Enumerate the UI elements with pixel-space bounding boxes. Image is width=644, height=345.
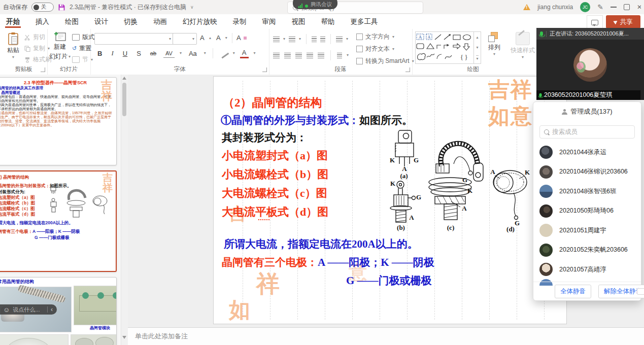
font-name-combo[interactable]: ▾ xyxy=(94,33,174,45)
align-left-button[interactable] xyxy=(273,53,280,58)
save-icon[interactable] xyxy=(58,4,65,11)
columns-button[interactable] xyxy=(337,53,342,58)
collapse-chevron-icon[interactable]: ‹ xyxy=(51,306,54,313)
increase-indent-button[interactable] xyxy=(320,37,325,42)
bold-button[interactable]: B xyxy=(95,49,104,58)
slide-red-item-3[interactable]: 大电流螺栓式（c）图 xyxy=(222,186,327,201)
scrollbar-thumb[interactable] xyxy=(122,83,126,116)
cut-button[interactable]: 剪切 xyxy=(24,33,45,42)
user-avatar[interactable]: JC xyxy=(580,2,590,12)
notes-placeholder[interactable]: 单击此处添加备注 xyxy=(135,332,188,341)
maximize-button[interactable] xyxy=(624,4,630,10)
close-button[interactable]: ✕ xyxy=(637,4,641,11)
member-row[interactable]: 20201050郑琦琦06 xyxy=(539,201,639,221)
tab-animations[interactable]: 动画 xyxy=(152,16,168,28)
font-dialog-launcher[interactable] xyxy=(262,67,267,72)
underline-button[interactable]: U xyxy=(121,49,129,58)
comments-button[interactable] xyxy=(587,15,603,29)
share-button[interactable]: 共享 xyxy=(606,15,640,28)
slide-red-item-4[interactable]: 大电流平板式（d）图 xyxy=(222,204,328,220)
tab-slideshow[interactable]: 幻灯片放映 xyxy=(182,16,218,28)
line-spacing-button[interactable] xyxy=(336,37,343,42)
clear-formatting-button[interactable]: A xyxy=(234,33,247,43)
shrink-font-button[interactable]: A▾ xyxy=(214,33,227,43)
meeting-chat-pill[interactable]: ☺ 说点什么... ‹ xyxy=(0,304,57,315)
paste-button[interactable]: 粘贴 ▾ xyxy=(3,32,23,59)
align-center-button[interactable] xyxy=(284,53,291,58)
distribute-button[interactable] xyxy=(318,53,324,58)
clipboard-dialog-launcher[interactable] xyxy=(41,67,45,72)
align-right-button[interactable] xyxy=(295,53,302,58)
arrange-button[interactable]: 排列 ▾ xyxy=(483,32,505,56)
text-shadow-button[interactable]: S xyxy=(134,49,143,58)
highlight-pen-icon[interactable] xyxy=(219,48,229,58)
quick-styles-button[interactable]: 快速样式 ▾ xyxy=(510,32,536,59)
new-slide-button[interactable]: 新建 幻灯片▾ xyxy=(49,31,71,61)
font-size-combo[interactable]: ▾ xyxy=(173,33,197,45)
tab-transitions[interactable]: 切换 xyxy=(123,16,139,28)
user-name[interactable]: jiang chunxia xyxy=(537,4,573,11)
tab-insert[interactable]: 插入 xyxy=(35,16,50,28)
warning-icon[interactable] xyxy=(523,4,530,10)
thyristor-figure[interactable]: K G A (a) K G A (b) G K A (c) A K G (d) xyxy=(350,125,532,234)
tab-draw[interactable]: 绘图 xyxy=(64,16,80,28)
tab-view[interactable]: 视图 xyxy=(291,16,307,28)
scroll-up-icon[interactable] xyxy=(122,77,126,80)
strikethrough-button[interactable]: ab xyxy=(148,49,158,57)
member-row[interactable]: 20201046张镕识203606 xyxy=(539,162,639,182)
tab-more-tools[interactable]: 更多工具 xyxy=(350,16,379,28)
emoji-icon[interactable]: ☺ xyxy=(3,306,10,313)
member-row[interactable]: 20201051周建宇 xyxy=(539,221,639,240)
shape-gallery-scroll[interactable]: ▴ ▾ ▾ xyxy=(474,31,481,64)
ink-pen-icon[interactable]: ✎ xyxy=(597,3,603,11)
member-row[interactable]: 20201052朱奕帆203606 xyxy=(539,240,639,260)
decrease-indent-button[interactable] xyxy=(312,37,317,42)
more-button-partial[interactable] xyxy=(637,288,644,295)
tab-design[interactable]: 设计 xyxy=(93,16,109,28)
align-text-button[interactable]: 对齐文本 ▾ xyxy=(356,45,394,53)
chat-input-placeholder[interactable]: 说点什么... xyxy=(13,306,40,314)
numbering-button[interactable] xyxy=(289,37,295,42)
scroll-down-icon[interactable] xyxy=(122,336,126,339)
reset-button[interactable]: ↺ 重置 xyxy=(72,44,91,53)
slide-red-item-1[interactable]: 小电流塑封式（a）图 xyxy=(222,148,328,163)
notes-pane[interactable]: 单击此处添加备注 xyxy=(128,327,644,345)
minimize-button[interactable] xyxy=(611,7,617,8)
text-direction-button[interactable]: 文字方向 ▾ xyxy=(356,32,394,41)
character-spacing-button[interactable]: AV xyxy=(163,49,175,58)
member-row[interactable]: 20201057高靖淳 xyxy=(539,260,639,280)
tab-record[interactable]: 录制 xyxy=(232,16,248,28)
smartart-button[interactable]: 转换为 SmartArt ▾ xyxy=(356,57,414,65)
document-title[interactable]: 2.3晶闸管 - 兼容性模式 · 已保存到这台电脑 xyxy=(70,3,186,12)
change-case-button[interactable]: Aa xyxy=(187,49,199,58)
slide-electrodes-red[interactable]: 晶闸管有三个电极： xyxy=(222,256,318,268)
slide-line2[interactable]: 其封装形式分为： xyxy=(222,130,307,145)
slide-electrodes-blue[interactable]: A ——阳极；K ——阴极 xyxy=(318,256,434,268)
autosave-toggle[interactable]: 关 xyxy=(31,3,54,12)
doc-title-caret-icon[interactable]: ∨ xyxy=(190,5,194,10)
slide-red-item-2[interactable]: 小电流螺栓式（b）图 xyxy=(222,167,328,182)
italic-button[interactable]: I xyxy=(109,48,115,58)
paragraph-dialog-launcher[interactable] xyxy=(405,67,410,72)
tab-review[interactable]: 审阅 xyxy=(261,16,277,28)
member-row[interactable]: 20201044张承运 xyxy=(539,143,639,162)
section-button[interactable]: 节 ▾ xyxy=(72,55,93,64)
member-search-input[interactable]: 搜索成员 xyxy=(539,125,635,139)
slide-line1-blue[interactable]: ①晶闸管的外形与封装形式： xyxy=(221,114,359,126)
thumbnail-slide-2-selected[interactable]: 2) 晶闸管的结构 晶闸管的外形与封装形式：如图所示。 封装形式分为: 电流塑封… xyxy=(0,170,117,272)
shape-gallery[interactable]: A A { } xyxy=(415,31,474,64)
thumbnail-slide-1[interactable]: 2.3 半控型器件——晶闸管SCR 晶闸管的结构及其工作原理 ）晶闸管概述 晶闸… xyxy=(0,77,117,165)
tab-help[interactable]: 帮助 xyxy=(320,16,336,28)
meeting-speaking-bar[interactable]: 正在讲话: 20360520201006夏... xyxy=(536,28,644,40)
slide-electrodes-blue-2[interactable]: G ——门极或栅极 xyxy=(346,273,432,288)
grow-font-button[interactable]: A▾ xyxy=(198,33,211,43)
tab-home[interactable]: 开始 xyxy=(5,16,21,28)
bullets-button[interactable] xyxy=(273,37,280,42)
member-row[interactable]: 20201048张智强6班 xyxy=(539,182,639,201)
slide-title[interactable]: （2）晶闸管的结构 xyxy=(223,95,322,111)
slide-editing-area[interactable]: 吉祥 如意 吉 祥 如 意 （2）晶闸管的结构 ①晶闸管的外形与封装形式：如图所… xyxy=(213,76,567,324)
slide-note-line[interactable]: 所谓大电流，指额定电流在200A以上的。 xyxy=(224,237,418,251)
mute-all-button[interactable]: 全体静音 xyxy=(555,285,591,298)
copy-button[interactable]: 复制 ▾ xyxy=(24,44,50,53)
font-color-button[interactable]: A xyxy=(240,49,249,58)
